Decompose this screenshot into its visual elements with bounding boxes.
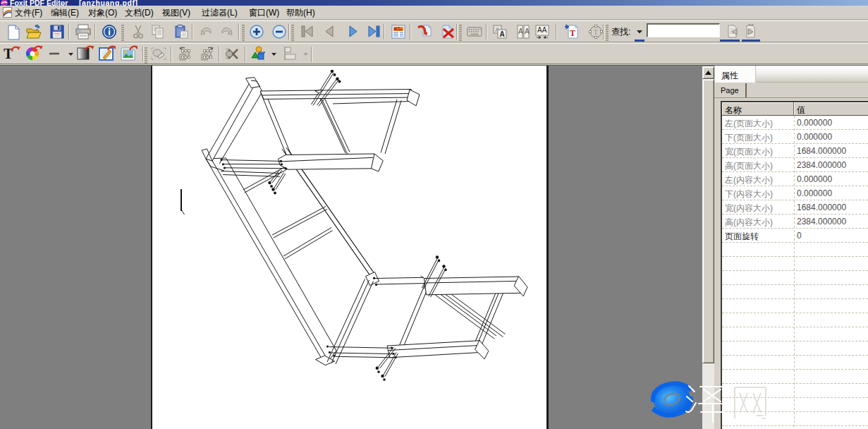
svg-text:A: A: [500, 30, 505, 38]
svg-text:T: T: [570, 28, 575, 38]
svg-text:A: A: [518, 28, 523, 35]
svg-text:A: A: [525, 28, 530, 35]
svg-text:AA: AA: [537, 26, 547, 34]
svg-text:T: T: [594, 28, 599, 36]
